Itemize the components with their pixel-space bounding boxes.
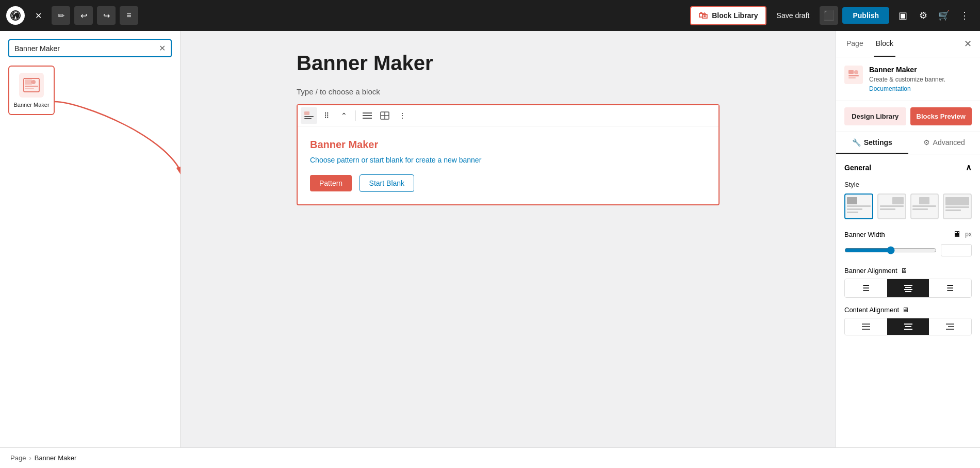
settings-icon: 🔧 bbox=[852, 138, 861, 147]
svg-rect-39 bbox=[904, 324, 912, 325]
svg-rect-6 bbox=[304, 111, 309, 115]
more-options-button[interactable]: ⋮ bbox=[955, 6, 974, 25]
svg-rect-25 bbox=[880, 208, 895, 210]
close-button[interactable]: ✕ bbox=[29, 6, 47, 25]
undo-button[interactable]: ↩ bbox=[74, 6, 93, 25]
block-content: Banner Maker Choose pattern or start bla… bbox=[298, 126, 718, 204]
svg-rect-32 bbox=[904, 285, 912, 286]
svg-rect-15 bbox=[848, 70, 854, 74]
design-library-button[interactable]: Design Library bbox=[844, 107, 906, 125]
content-align-right-button[interactable] bbox=[929, 318, 971, 335]
pencil-button[interactable]: ✏ bbox=[52, 6, 70, 25]
design-blocks-row: Design Library Blocks Preview bbox=[836, 101, 980, 132]
svg-rect-1 bbox=[25, 79, 32, 85]
search-input[interactable] bbox=[14, 44, 155, 53]
block-library-icon: 🛍 bbox=[698, 10, 708, 21]
svg-rect-8 bbox=[304, 118, 312, 119]
tab-page[interactable]: Page bbox=[844, 31, 865, 57]
svg-rect-31 bbox=[945, 209, 961, 211]
svg-rect-3 bbox=[25, 88, 34, 89]
align-left-button[interactable]: ☰ bbox=[845, 279, 887, 297]
right-panel-close[interactable]: ✕ bbox=[964, 38, 972, 50]
svg-rect-37 bbox=[862, 326, 870, 327]
save-draft-button[interactable]: Save draft bbox=[771, 7, 816, 24]
view-toggle[interactable]: ⬛ bbox=[820, 6, 838, 25]
content-alignment-label: Content Alignment 🖥 bbox=[844, 306, 972, 314]
pattern-button[interactable]: Pattern bbox=[310, 175, 352, 191]
content-align-center-button[interactable] bbox=[887, 318, 929, 335]
start-blank-button[interactable]: Start Blank bbox=[360, 174, 414, 192]
tab-block[interactable]: Block bbox=[874, 31, 895, 57]
svg-rect-27 bbox=[912, 205, 936, 207]
drag-handle[interactable]: ⠿ bbox=[318, 107, 335, 124]
main-layout: ✕ Banner Maker bbox=[0, 31, 980, 447]
svg-rect-7 bbox=[304, 116, 314, 117]
editor-inner: Banner Maker Type / to choose a block ⠿ … bbox=[297, 52, 720, 205]
block-info-name: Banner Maker bbox=[869, 66, 972, 74]
align-center-button[interactable] bbox=[887, 279, 929, 297]
breadcrumb-current: Banner Maker bbox=[35, 454, 77, 462]
blocks-preview-button[interactable]: Blocks Preview bbox=[910, 107, 972, 125]
breadcrumb-page[interactable]: Page bbox=[10, 454, 26, 462]
svg-rect-2 bbox=[25, 86, 38, 87]
svg-rect-10 bbox=[363, 115, 372, 116]
svg-rect-11 bbox=[363, 118, 372, 119]
svg-rect-16 bbox=[848, 75, 859, 76]
svg-point-18 bbox=[854, 70, 858, 74]
align-button[interactable] bbox=[359, 107, 375, 124]
block-toolbar: ⠿ ⌃ ⋮ bbox=[298, 105, 718, 126]
width-slider-row bbox=[844, 244, 972, 256]
cart-icon[interactable]: 🛒 bbox=[935, 6, 953, 25]
advanced-icon: ⚙ bbox=[923, 138, 930, 147]
style-thumb-3[interactable] bbox=[910, 193, 939, 219]
tab-advanced[interactable]: ⚙ Advanced bbox=[908, 132, 981, 154]
redo-button[interactable]: ↪ bbox=[97, 6, 116, 25]
page-title: Banner Maker bbox=[297, 52, 720, 75]
svg-rect-42 bbox=[946, 324, 954, 325]
table-button[interactable] bbox=[377, 107, 393, 124]
breadcrumb-separator: › bbox=[29, 454, 31, 462]
svg-rect-33 bbox=[905, 287, 911, 288]
publish-button[interactable]: Publish bbox=[842, 7, 889, 24]
alignment-buttons: ☰ ☰ bbox=[844, 279, 972, 298]
settings-advanced-tabs: 🔧 Settings ⚙ Advanced bbox=[836, 132, 980, 154]
sidebar-toggle[interactable]: ▣ bbox=[893, 6, 912, 25]
wp-logo[interactable] bbox=[6, 6, 25, 25]
svg-rect-43 bbox=[948, 326, 954, 327]
search-clear-button[interactable]: ✕ bbox=[159, 43, 166, 53]
plugins-icon[interactable]: ⚙ bbox=[914, 6, 933, 25]
align-right-button[interactable]: ☰ bbox=[929, 279, 971, 297]
content-alignment-row: Content Alignment 🖥 bbox=[844, 306, 972, 335]
content-align-left-button[interactable] bbox=[845, 318, 887, 335]
general-header: General ∧ bbox=[844, 163, 972, 172]
px-label: px bbox=[965, 231, 972, 238]
block-card-banner-maker[interactable]: Banner Maker bbox=[8, 66, 55, 115]
svg-rect-40 bbox=[905, 326, 911, 327]
block-library-button[interactable]: 🛍 Block Library bbox=[690, 6, 766, 25]
banner-width-label: Banner Width bbox=[844, 231, 949, 238]
list-view-button[interactable]: ≡ bbox=[120, 6, 138, 25]
banner-width-input[interactable] bbox=[941, 244, 972, 256]
style-thumb-2[interactable] bbox=[877, 193, 906, 219]
more-block-options[interactable]: ⋮ bbox=[394, 107, 411, 124]
block-hint: Type / to choose a block bbox=[297, 87, 720, 96]
right-panel: Page Block ✕ Banner Maker Create & custo… bbox=[836, 31, 980, 447]
tab-settings[interactable]: 🔧 Settings bbox=[836, 132, 908, 154]
svg-rect-19 bbox=[847, 197, 857, 204]
svg-rect-30 bbox=[945, 206, 969, 208]
svg-rect-24 bbox=[880, 205, 904, 207]
general-collapse-icon[interactable]: ∧ bbox=[966, 163, 972, 172]
block-info: Banner Maker Create & customize banner. … bbox=[836, 57, 980, 101]
banner-width-slider[interactable] bbox=[844, 246, 937, 254]
style-thumb-4[interactable] bbox=[943, 193, 972, 219]
block-card-label: Banner Maker bbox=[13, 102, 49, 108]
documentation-link[interactable]: Documentation bbox=[869, 85, 972, 92]
block-type-button[interactable] bbox=[301, 107, 317, 124]
svg-rect-41 bbox=[904, 329, 912, 330]
block-content-desc: Choose pattern or start blank for create… bbox=[310, 156, 706, 164]
block-info-icon bbox=[844, 66, 863, 84]
move-up-button[interactable]: ⌃ bbox=[336, 107, 352, 124]
svg-rect-34 bbox=[904, 289, 912, 290]
style-thumb-1[interactable] bbox=[844, 193, 873, 219]
left-panel: ✕ Banner Maker bbox=[0, 31, 181, 447]
